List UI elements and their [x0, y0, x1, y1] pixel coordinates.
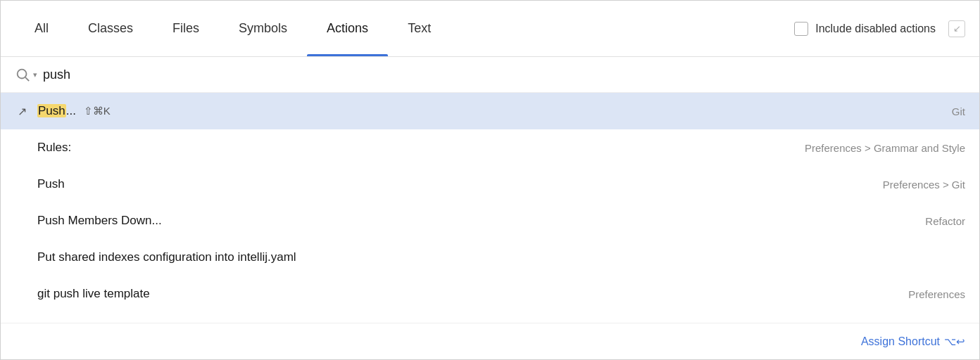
result-arrow-icon: ↗	[15, 104, 29, 118]
result-icon-rules	[15, 141, 29, 155]
result-item-put-shared-indexes[interactable]: Put shared indexes configuration into in…	[1, 239, 979, 276]
result-category-push: Preferences > Git	[883, 179, 965, 191]
tab-all[interactable]: All	[15, 1, 68, 56]
result-item-rules[interactable]: Rules: Preferences > Grammar and Style	[1, 129, 979, 166]
tab-files[interactable]: Files	[153, 1, 219, 56]
tabs: All Classes Files Symbols Actions Text	[15, 1, 794, 56]
result-name-push-members-down: Push Members Down...	[37, 214, 162, 228]
assign-shortcut-keys: ⌥↩	[944, 335, 965, 348]
result-left: Push	[15, 177, 869, 191]
result-item-push[interactable]: Push Preferences > Git	[1, 166, 979, 202]
result-icon-push	[15, 177, 29, 191]
tab-all-label: All	[34, 21, 49, 36]
result-item-push-members-down[interactable]: Push Members Down... Refactor	[1, 202, 979, 239]
tab-actions[interactable]: Actions	[307, 1, 388, 56]
include-disabled-checkbox[interactable]	[794, 22, 808, 36]
tab-classes-label: Classes	[88, 21, 133, 36]
search-bar: ▾	[1, 57, 979, 93]
corner-icon: ↙	[948, 20, 965, 37]
result-category-git-push: Preferences	[908, 288, 965, 300]
result-left: ↗ Push... ⇧⌘K	[15, 104, 938, 118]
result-left: Put shared indexes configuration into in…	[15, 250, 951, 264]
tab-text[interactable]: Text	[388, 1, 451, 56]
search-dialog: All Classes Files Symbols Actions Text I…	[0, 0, 980, 360]
result-icon-put-shared-indexes	[15, 250, 29, 264]
tab-actions-label: Actions	[327, 21, 368, 36]
result-shortcut-push: ⇧⌘K	[84, 105, 111, 117]
tab-files-label: Files	[172, 21, 199, 36]
result-name-put-shared-indexes: Put shared indexes configuration into in…	[37, 250, 296, 264]
result-left: Rules:	[15, 141, 791, 155]
result-name-push: Push	[37, 177, 65, 191]
highlight-push: Push	[37, 104, 66, 117]
result-icon-push-members-down	[15, 214, 29, 228]
assign-shortcut-label: Assign Shortcut	[861, 335, 940, 348]
result-item-git-push-live-template[interactable]: git push live template Preferences	[1, 276, 979, 312]
result-category-push-members-down: Refactor	[925, 215, 965, 227]
result-name-push-dots: Push... ⇧⌘K	[37, 104, 111, 118]
result-item-push-dots[interactable]: ↗ Push... ⇧⌘K Git	[1, 93, 979, 129]
search-icon	[15, 67, 30, 82]
svg-point-0	[18, 70, 27, 79]
result-name-rules: Rules:	[37, 141, 71, 155]
include-disabled-label: Include disabled actions	[815, 22, 936, 35]
tab-right: Include disabled actions ↙	[794, 20, 965, 37]
tab-bar: All Classes Files Symbols Actions Text I…	[1, 1, 979, 57]
search-input[interactable]	[43, 68, 965, 82]
result-name-git-push: git push live template	[37, 287, 150, 301]
search-dropdown-arrow[interactable]: ▾	[33, 70, 37, 79]
tab-text-label: Text	[408, 21, 431, 36]
search-icon-wrapper: ▾	[15, 67, 37, 82]
tab-symbols[interactable]: Symbols	[219, 1, 307, 56]
result-left: git push live template	[15, 287, 894, 301]
assign-shortcut-button[interactable]: Assign Shortcut ⌥↩	[861, 335, 965, 348]
include-disabled-wrapper: Include disabled actions	[794, 22, 936, 36]
results-list: ↗ Push... ⇧⌘K Git Rules: Preferences > G…	[1, 93, 979, 323]
footer: Assign Shortcut ⌥↩	[1, 323, 979, 359]
result-category-push-dots: Git	[952, 105, 965, 117]
tab-classes[interactable]: Classes	[68, 1, 153, 56]
svg-line-1	[25, 77, 29, 81]
result-left: Push Members Down...	[15, 214, 911, 228]
result-category-rules: Preferences > Grammar and Style	[805, 142, 965, 154]
tab-symbols-label: Symbols	[239, 21, 287, 36]
result-icon-git-push	[15, 287, 29, 301]
